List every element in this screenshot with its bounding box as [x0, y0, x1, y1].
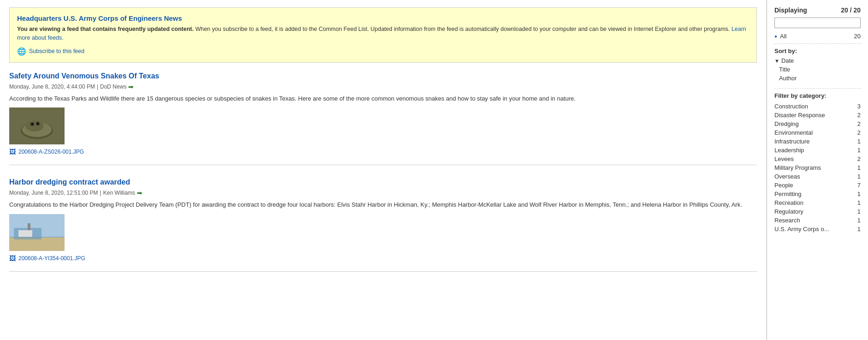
filter-item-10[interactable]: Permitting1: [774, 190, 861, 198]
filter-item-3[interactable]: Environmental2: [774, 128, 861, 137]
filter-label-8: Overseas: [774, 173, 800, 180]
article-1: Safety Around Venomous Snakes Of Texas M…: [9, 72, 757, 166]
filter-label-0: Construction: [774, 103, 808, 110]
sidebar-search-input[interactable]: [774, 18, 861, 28]
filter-label-7: Military Programs: [774, 164, 821, 171]
filter-item-11[interactable]: Recreation1: [774, 198, 861, 207]
filter-label-4: Infrastructure: [774, 138, 810, 145]
sort-title-label: Title: [779, 66, 790, 73]
article-1-attachment-label: 200608-A-ZS026-001.JPG: [18, 149, 84, 155]
banner-title[interactable]: Headquarters U.S. Army Corps of Engineer…: [17, 14, 182, 22]
sort-date-label: Date: [781, 57, 794, 64]
banner-body: You are viewing a feed that contains fre…: [17, 25, 749, 42]
filter-label-5: Leadership: [774, 147, 804, 154]
sort-date[interactable]: ▼ Date: [774, 56, 861, 65]
article-2-attachment-label: 200608-A-YI354-0001.JPG: [18, 255, 85, 262]
articles-list: Safety Around Venomous Snakes Of Texas M…: [9, 72, 757, 272]
filter-label-10: Permitting: [774, 191, 802, 197]
filter-item-2[interactable]: Dredging2: [774, 119, 861, 128]
article-2: Harbor dredging contract awarded Monday,…: [9, 178, 757, 272]
sort-author-label: Author: [779, 75, 797, 82]
subscribe-icon: 🌐: [17, 47, 26, 56]
subscribe-link[interactable]: Subscribe to this feed: [29, 48, 84, 54]
filter-label-11: Recreation: [774, 199, 803, 206]
filter-count-7: 1: [857, 164, 861, 171]
subscribe-row: 🌐 Subscribe to this feed: [17, 47, 749, 56]
displaying-label: Displaying: [774, 6, 807, 14]
filter-count-5: 1: [857, 147, 861, 154]
filter-item-6[interactable]: Levees2: [774, 155, 861, 163]
filter-label-12: Regulatory: [774, 208, 803, 215]
sidebar-displaying-row: Displaying 20 / 20: [774, 6, 861, 14]
banner-body-text: When you subscribe to a feed, it is adde…: [195, 26, 730, 32]
sidebar: Displaying 20 / 20 ● All 20 Sort by: ▼ D…: [767, 0, 868, 340]
filter-count-10: 1: [857, 191, 861, 197]
filter-count-3: 2: [857, 129, 861, 136]
filter-item-13[interactable]: Research1: [774, 216, 861, 225]
main-content: Headquarters U.S. Army Corps of Engineer…: [0, 0, 767, 340]
sort-divider: [774, 88, 861, 89]
attachment-icon-1: 🖼: [9, 148, 16, 155]
svg-point-6: [31, 123, 33, 125]
filter-count-13: 1: [857, 217, 861, 224]
article-2-meta: Monday, June 8, 2020, 12:51:00 PM | Ken …: [9, 189, 757, 197]
svg-point-3: [25, 120, 44, 131]
article-1-separator: |: [97, 84, 98, 90]
article-1-arrow-icon: ➡: [128, 83, 134, 90]
filter-label-9: People: [774, 182, 793, 189]
filter-count-8: 1: [857, 173, 861, 180]
all-count: 20: [854, 33, 861, 40]
filter-count-9: 7: [857, 182, 861, 189]
article-2-arrow-icon: ➡: [137, 189, 142, 197]
filter-item-1[interactable]: Disaster Response2: [774, 111, 861, 119]
svg-rect-12: [18, 230, 32, 237]
filter-count-2: 2: [857, 120, 861, 127]
filter-item-9[interactable]: People7: [774, 181, 861, 190]
filter-item-12[interactable]: Regulatory1: [774, 207, 861, 216]
feed-banner: Headquarters U.S. Army Corps of Engineer…: [9, 7, 757, 63]
filter-label-1: Disaster Response: [774, 112, 825, 119]
svg-point-7: [37, 123, 39, 125]
filter-label-14: U.S. Army Corps o...: [774, 226, 829, 233]
sort-title: Sort by:: [774, 48, 861, 54]
filter-item-4[interactable]: Infrastructure1: [774, 137, 861, 146]
attachment-icon-2: 🖼: [9, 255, 16, 262]
article-1-body: According to the Texas Parks and Wildlif…: [9, 94, 757, 103]
article-1-date: Monday, June 8, 2020, 4:44:00 PM: [9, 84, 95, 90]
article-1-source: DoD News: [100, 84, 126, 90]
filter-item-8[interactable]: Overseas1: [774, 172, 861, 181]
all-label: All: [780, 33, 851, 40]
filter-item-7[interactable]: Military Programs1: [774, 163, 861, 172]
sort-title-item[interactable]: Title: [774, 65, 861, 74]
sort-section: Sort by: ▼ Date Title Author: [774, 48, 861, 83]
article-1-image: [9, 107, 65, 144]
article-2-separator: |: [100, 190, 101, 196]
filter-label-13: Research: [774, 217, 800, 224]
displaying-count: 20 / 20: [841, 6, 861, 14]
filter-item-0[interactable]: Construction3: [774, 102, 861, 111]
article-2-attachment[interactable]: 🖼 200608-A-YI354-0001.JPG: [9, 255, 757, 262]
filter-count-14: 1: [857, 226, 861, 233]
article-2-source: Ken Williams: [103, 190, 135, 196]
article-2-body: Congratulations to the Harbor Dredging P…: [9, 200, 757, 209]
filter-title: Filter by category:: [774, 92, 861, 99]
filter-count-0: 3: [857, 103, 861, 110]
article-2-image: [9, 214, 65, 251]
filter-list: Construction3Disaster Response2Dredging2…: [774, 102, 861, 233]
article-1-attachment[interactable]: 🖼 200608-A-ZS026-001.JPG: [9, 148, 757, 155]
filter-item-14[interactable]: U.S. Army Corps o...1: [774, 225, 861, 233]
sort-active-arrow: ▼: [774, 58, 779, 64]
filter-count-4: 1: [857, 138, 861, 145]
article-2-date: Monday, June 8, 2020, 12:51:00 PM: [9, 190, 98, 196]
article-2-title[interactable]: Harbor dredging contract awarded: [9, 178, 757, 186]
all-dot-icon: ●: [774, 34, 777, 39]
filter-count-11: 1: [857, 199, 861, 206]
filter-count-1: 2: [857, 112, 861, 119]
filter-item-5[interactable]: Leadership1: [774, 146, 861, 155]
banner-body-bold: You are viewing a feed that contains fre…: [17, 26, 194, 32]
sidebar-all-row: ● All 20: [774, 33, 861, 44]
sort-author-item[interactable]: Author: [774, 74, 861, 83]
article-1-title[interactable]: Safety Around Venomous Snakes Of Texas: [9, 72, 757, 80]
filter-label-3: Environmental: [774, 129, 813, 136]
filter-label-2: Dredging: [774, 120, 799, 127]
